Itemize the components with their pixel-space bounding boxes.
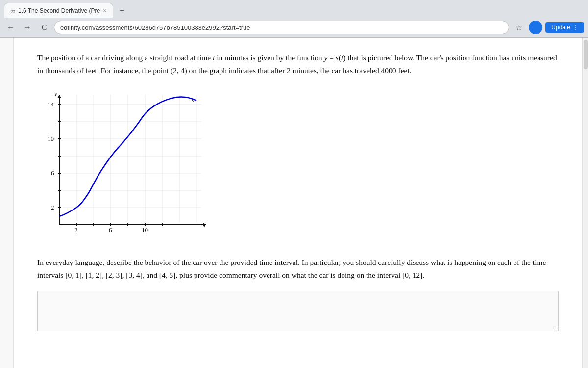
problem-intro: The position of a car driving along a st… bbox=[37, 52, 559, 77]
address-bar-row: ← → C ☆ Update ⋮ bbox=[0, 18, 588, 37]
page-layout: The position of a car driving along a st… bbox=[0, 38, 588, 368]
profile-button[interactable] bbox=[529, 21, 542, 34]
svg-text:10: 10 bbox=[142, 226, 148, 234]
address-input[interactable] bbox=[54, 21, 509, 34]
browser-tab[interactable]: ∞ 1.6 The Second Derivative (Pre × bbox=[4, 3, 113, 18]
refresh-button[interactable]: C bbox=[37, 21, 51, 34]
svg-text:2: 2 bbox=[74, 226, 78, 234]
browser-chrome: ∞ 1.6 The Second Derivative (Pre × + ← →… bbox=[0, 0, 588, 38]
back-button[interactable]: ← bbox=[4, 21, 18, 34]
tab-bar: ∞ 1.6 The Second Derivative (Pre × + bbox=[0, 0, 588, 18]
graph-container: 2 6 10 bbox=[47, 87, 559, 244]
svg-marker-41 bbox=[57, 95, 61, 98]
question-text: In everyday language, describe the behav… bbox=[37, 256, 559, 281]
svg-text:6: 6 bbox=[51, 169, 54, 177]
sidebar bbox=[0, 38, 14, 368]
scrollbar[interactable] bbox=[582, 38, 588, 368]
svg-text:2: 2 bbox=[51, 204, 54, 211]
answer-textarea[interactable] bbox=[37, 291, 559, 331]
svg-text:10: 10 bbox=[48, 135, 54, 142]
bookmark-icon[interactable]: ☆ bbox=[512, 21, 526, 34]
svg-text:14: 14 bbox=[48, 101, 54, 108]
graph-svg: 2 6 10 bbox=[47, 87, 214, 244]
svg-text:y: y bbox=[53, 90, 57, 97]
svg-text:6: 6 bbox=[109, 226, 112, 234]
new-tab-button[interactable]: + bbox=[115, 4, 129, 18]
scrollbar-thumb[interactable] bbox=[584, 40, 588, 69]
graph-wrapper: 2 6 10 bbox=[47, 87, 214, 244]
tab-infinity-icon: ∞ bbox=[10, 7, 15, 15]
forward-button[interactable]: → bbox=[21, 21, 34, 34]
update-button[interactable]: Update ⋮ bbox=[545, 22, 584, 33]
tab-title: 1.6 The Second Derivative (Pre bbox=[18, 7, 100, 14]
tab-close-button[interactable]: × bbox=[103, 7, 107, 14]
main-content: The position of a car driving along a st… bbox=[14, 38, 582, 368]
